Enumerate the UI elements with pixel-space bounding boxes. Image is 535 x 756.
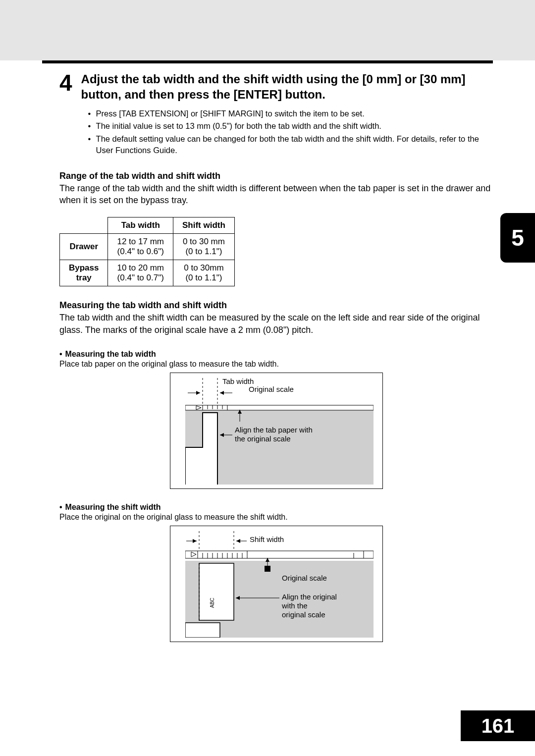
svg-marker-45 [193, 539, 197, 543]
table-row: Drawer 12 to 17 mm (0.4" to 0.6") 0 to 3… [60, 234, 235, 260]
step-title: Adjust the tab width and the shift width… [81, 71, 493, 102]
col-tab-width: Tab width [108, 217, 173, 234]
step-notes: Press [TAB EXTENSION] or [SHIFT MARGIN] … [88, 108, 493, 156]
measure-heading: Measuring the tab width and shift width [59, 300, 493, 311]
svg-text:Original scale: Original scale [249, 385, 294, 393]
svg-rect-23 [185, 551, 374, 558]
figure-shift-width: ABC Shift width Original scale Align the… [170, 526, 383, 642]
svg-text:ABC: ABC [210, 597, 215, 608]
svg-text:original scale: original scale [282, 610, 325, 619]
measure-text: The tab width and the shift width can be… [59, 312, 493, 336]
cell: 0 to 30mm (0 to 1.1") [173, 260, 234, 286]
step-block: 4 Adjust the tab width and the shift wid… [59, 71, 493, 157]
col-shift-width: Shift width [173, 217, 234, 234]
svg-marker-14 [220, 391, 224, 395]
list-item: The default setting value can be changed… [88, 133, 493, 156]
cell: 10 to 20 mm (0.4" to 0.7") [108, 260, 173, 286]
header-band [0, 0, 535, 60]
svg-text:Shift width: Shift width [250, 535, 284, 543]
manual-page: 4 Adjust the tab width and the shift wid… [0, 0, 535, 756]
page-number: 161 [482, 715, 515, 737]
diagram-icon: Tab width Original scale Align the tab p… [185, 378, 374, 485]
svg-text:Align the original: Align the original [282, 593, 337, 601]
shift-measure-text: Place the original on the original glass… [59, 513, 493, 522]
page-number-box: 161 [461, 710, 535, 741]
svg-rect-48 [265, 566, 270, 572]
figure-tab-width: Tab width Original scale Align the tab p… [170, 373, 383, 489]
row-drawer: Drawer [60, 234, 108, 260]
step-number: 4 [59, 71, 72, 157]
cell: 0 to 30 mm (0 to 1.1") [173, 234, 234, 260]
list-item: Press [TAB EXTENSION] or [SHIFT MARGIN] … [88, 108, 493, 119]
svg-text:Original scale: Original scale [282, 574, 327, 582]
chapter-tab: 5 [500, 213, 535, 263]
diagram-icon: ABC Shift width Original scale Align the… [185, 531, 374, 638]
svg-rect-39 [199, 563, 234, 620]
svg-rect-40 [185, 623, 220, 638]
chapter-number: 5 [511, 224, 524, 251]
svg-marker-12 [196, 391, 200, 395]
table-row: Bypasstray 10 to 20 mm (0.4" to 0.7") 0 … [60, 260, 235, 286]
range-text: The range of the tab width and the shift… [59, 182, 493, 207]
tab-measure-text: Place tab paper on the original glass to… [59, 360, 493, 369]
list-item: The initial value is set to 13 mm (0.5")… [88, 120, 493, 132]
svg-text:Tab width: Tab width [222, 378, 254, 385]
range-heading: Range of the tab width and shift width [59, 171, 493, 181]
shift-measure-heading: •Measuring the shift width [59, 503, 493, 512]
tab-measure-heading: •Measuring the tab width [59, 350, 493, 359]
range-table: Tab width Shift width Drawer 12 to 17 mm… [59, 217, 235, 286]
content: 4 Adjust the tab width and the shift wid… [0, 63, 535, 642]
svg-text:Align the tab paper with: Align the tab paper with [235, 426, 313, 434]
svg-text:with the: with the [281, 601, 308, 610]
svg-text:the original scale: the original scale [235, 434, 291, 443]
svg-marker-47 [236, 539, 240, 543]
svg-rect-1 [185, 405, 374, 410]
step-body: Adjust the tab width and the shift width… [81, 71, 493, 157]
cell: 12 to 17 mm (0.4" to 0.6") [108, 234, 173, 260]
row-bypass: Bypasstray [60, 260, 108, 286]
